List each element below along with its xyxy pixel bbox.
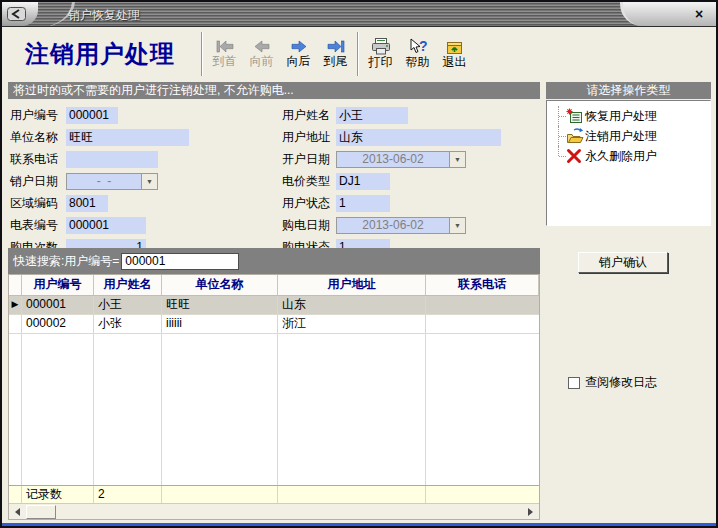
phone-field[interactable] [66, 151, 158, 168]
tree-connector [553, 126, 566, 146]
app-window: 销户恢复处理 × 注销用户处理 到首 向前 [2, 2, 716, 523]
table-cell: 小张 [94, 315, 162, 333]
restore-user-icon [566, 108, 585, 125]
last-icon [326, 39, 346, 54]
first-icon [215, 39, 235, 54]
close-account-confirm-button[interactable]: 销户确认 [578, 252, 668, 273]
help-button[interactable]: ? 帮助 [399, 30, 436, 78]
region-code-field[interactable] [66, 195, 108, 212]
nav-last-button[interactable]: 到尾 [317, 30, 354, 78]
exit-label: 退出 [443, 55, 467, 70]
footer-cell [162, 486, 278, 503]
user-status-field[interactable] [336, 195, 390, 212]
cancel-user-icon [566, 128, 585, 145]
form-right-column: 用户姓名 用户地址 开户日期 2013-06-02 ▼ 电价类型 用户状态 购电… [282, 104, 501, 258]
unit-name-field[interactable] [66, 129, 189, 146]
view-log-checkbox-row[interactable]: 查阅修改日志 [568, 374, 657, 391]
row-marker [9, 315, 22, 333]
user-id-field[interactable] [66, 107, 118, 124]
field-label: 用户编号 [10, 107, 66, 124]
field-label: 单位名称 [10, 129, 66, 146]
column-header: 联系电话 [426, 275, 539, 295]
tree-item-label: 恢复用户处理 [585, 108, 657, 125]
table-grid-column [162, 334, 278, 485]
title-bar-right-cap: × [620, 2, 716, 26]
chevron-down-icon[interactable]: ▼ [449, 152, 465, 167]
view-log-checkbox-label: 查阅修改日志 [585, 374, 657, 391]
close-icon[interactable]: × [691, 6, 707, 22]
price-type-field[interactable] [336, 173, 390, 190]
column-header: 用户编号 [22, 275, 94, 295]
user-name-field[interactable] [336, 107, 408, 124]
view-log-checkbox[interactable] [568, 377, 580, 389]
scrollbar-thumb[interactable] [26, 505, 56, 519]
nav-first-button[interactable]: 到首 [206, 30, 243, 78]
next-icon [289, 39, 309, 54]
page-title: 注销用户处理 [2, 38, 198, 70]
tree-connector [553, 106, 566, 126]
exit-button[interactable]: 退出 [436, 30, 473, 78]
scroll-right-arrow-icon[interactable] [524, 505, 537, 518]
table-cell: 000002 [22, 315, 94, 333]
tree-connector [553, 146, 566, 166]
print-icon [371, 38, 391, 55]
field-label: 用户地址 [282, 129, 336, 146]
open-date-combo[interactable]: 2013-06-02 ▼ [336, 151, 466, 168]
tree-item-restore-user[interactable]: 恢复用户处理 [553, 106, 708, 126]
system-menu-icon[interactable] [7, 7, 26, 21]
table-grid-column [22, 334, 94, 485]
meter-number-field[interactable] [66, 217, 146, 234]
table-cell: 浙江 [278, 315, 426, 333]
table-cell: iiiiii [162, 315, 278, 333]
table-grid-column [278, 334, 426, 485]
chevron-down-icon[interactable]: ▼ [449, 218, 465, 233]
quick-search-bar: 快速搜索:用户编号= [8, 248, 540, 274]
tree-item-delete-user[interactable]: 永久删除用户 [553, 146, 708, 166]
print-button[interactable]: 打印 [362, 30, 399, 78]
table-cell [426, 296, 539, 314]
user-table: 用户编号 用户姓名 单位名称 用户地址 联系电话 ▶ 000001 小王 旺旺 … [8, 274, 540, 520]
svg-text:?: ? [419, 38, 428, 54]
purchase-date-combo[interactable]: 2013-06-02 ▼ [336, 217, 466, 234]
chevron-down-icon[interactable]: ▼ [141, 174, 157, 189]
nav-prev-button[interactable]: 向前 [243, 30, 280, 78]
field-label: 用户状态 [282, 195, 336, 212]
nav-next-button[interactable]: 向后 [280, 30, 317, 78]
delete-user-icon [566, 148, 585, 165]
nav-prev-label: 向前 [250, 54, 274, 69]
quick-search-label: 快速搜索:用户编号= [13, 253, 119, 270]
search-input[interactable] [121, 253, 239, 270]
table-header: 用户编号 用户姓名 单位名称 用户地址 联系电话 [9, 275, 539, 296]
field-label: 联系电话 [10, 151, 66, 168]
tree-item-label: 永久删除用户 [585, 148, 657, 165]
close-date-combo[interactable]: - - ▼ [66, 173, 158, 190]
app-root: 销户恢复处理 × 注销用户处理 到首 向前 [0, 0, 718, 528]
table-cell: 山东 [278, 296, 426, 314]
help-label: 帮助 [406, 55, 430, 70]
column-header: 单位名称 [162, 275, 278, 295]
record-count-value: 2 [94, 486, 162, 503]
tree-item-cancel-user[interactable]: 注销用户处理 [553, 126, 708, 146]
table-cell: 旺旺 [162, 296, 278, 314]
footer-cell [278, 486, 426, 503]
toolbar-separator [201, 32, 203, 76]
table-empty-area [9, 334, 539, 485]
table-cell [426, 315, 539, 333]
scroll-left-arrow-icon[interactable] [11, 505, 24, 518]
user-address-field[interactable] [336, 129, 501, 146]
help-icon: ? [408, 38, 428, 55]
nav-next-label: 向后 [287, 54, 311, 69]
horizontal-scrollbar[interactable] [9, 503, 539, 519]
user-detail-form: 用户编号 单位名称 联系电话 销户日期 - - ▼ 区域编码 电表编号 购电次数… [8, 100, 540, 246]
column-header: 用户姓名 [94, 275, 162, 295]
field-label: 用户姓名 [282, 107, 336, 124]
nav-last-label: 到尾 [324, 54, 348, 69]
table-footer: 记录数 2 [9, 485, 539, 503]
window-bottom-edge [2, 523, 716, 526]
print-label: 打印 [369, 55, 393, 70]
purchase-date-value: 2013-06-02 [337, 218, 449, 233]
tree-item-label: 注销用户处理 [585, 128, 657, 145]
table-row[interactable]: ▶ 000001 小王 旺旺 山东 [9, 296, 539, 315]
table-row[interactable]: 000002 小张 iiiiii 浙江 [9, 315, 539, 334]
footer-cell [426, 486, 539, 503]
